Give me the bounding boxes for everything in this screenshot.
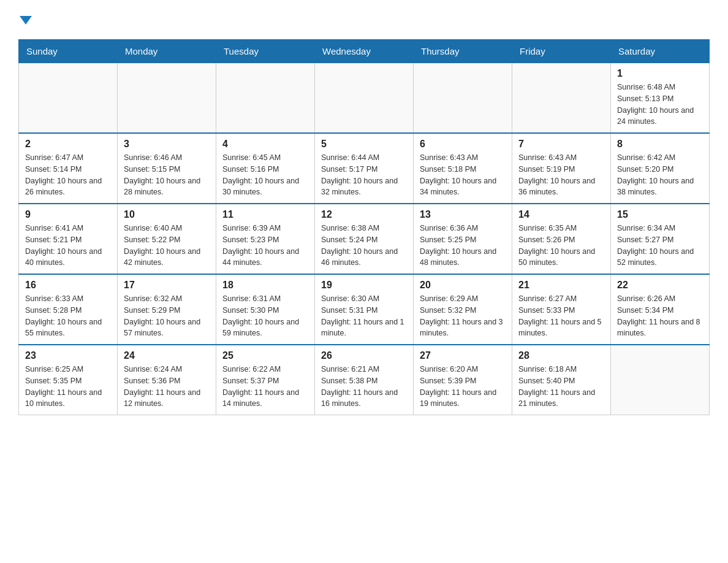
day-number: 3 — [124, 139, 210, 150]
calendar-day-cell: 22Sunrise: 6:26 AM Sunset: 5:34 PM Dayli… — [611, 274, 710, 345]
day-detail: Sunrise: 6:34 AM Sunset: 5:27 PM Dayligh… — [617, 223, 703, 269]
day-detail: Sunrise: 6:41 AM Sunset: 5:21 PM Dayligh… — [25, 223, 111, 269]
calendar-day-cell: 28Sunrise: 6:18 AM Sunset: 5:40 PM Dayli… — [512, 345, 611, 415]
day-detail: Sunrise: 6:32 AM Sunset: 5:29 PM Dayligh… — [124, 293, 210, 339]
calendar-day-cell: 13Sunrise: 6:36 AM Sunset: 5:25 PM Dayli… — [414, 204, 512, 274]
day-number: 2 — [25, 139, 111, 150]
day-detail: Sunrise: 6:25 AM Sunset: 5:35 PM Dayligh… — [25, 364, 111, 410]
calendar-week-row: 23Sunrise: 6:25 AM Sunset: 5:35 PM Dayli… — [19, 345, 710, 415]
calendar-week-row: 1Sunrise: 6:48 AM Sunset: 5:13 PM Daylig… — [19, 63, 710, 134]
calendar-day-cell: 23Sunrise: 6:25 AM Sunset: 5:35 PM Dayli… — [19, 345, 118, 415]
calendar-day-cell: 14Sunrise: 6:35 AM Sunset: 5:26 PM Dayli… — [512, 204, 611, 274]
day-number: 16 — [25, 280, 111, 291]
weekday-header-tuesday: Tuesday — [216, 40, 315, 63]
weekday-header-saturday: Saturday — [611, 40, 710, 63]
day-number: 26 — [321, 350, 407, 361]
day-number: 14 — [518, 209, 604, 220]
calendar-day-cell — [216, 63, 315, 134]
day-number: 23 — [25, 350, 111, 361]
day-detail: Sunrise: 6:21 AM Sunset: 5:38 PM Dayligh… — [321, 364, 407, 410]
day-detail: Sunrise: 6:22 AM Sunset: 5:37 PM Dayligh… — [222, 364, 308, 410]
weekday-header-row: SundayMondayTuesdayWednesdayThursdayFrid… — [19, 40, 710, 63]
calendar-week-row: 9Sunrise: 6:41 AM Sunset: 5:21 PM Daylig… — [19, 204, 710, 274]
day-detail: Sunrise: 6:47 AM Sunset: 5:14 PM Dayligh… — [25, 152, 111, 198]
weekday-header-thursday: Thursday — [414, 40, 512, 63]
calendar-day-cell: 27Sunrise: 6:20 AM Sunset: 5:39 PM Dayli… — [414, 345, 512, 415]
day-number: 6 — [420, 139, 506, 150]
day-detail: Sunrise: 6:31 AM Sunset: 5:30 PM Dayligh… — [222, 293, 308, 339]
day-detail: Sunrise: 6:26 AM Sunset: 5:34 PM Dayligh… — [617, 293, 703, 339]
calendar-day-cell: 18Sunrise: 6:31 AM Sunset: 5:30 PM Dayli… — [216, 274, 315, 345]
day-detail: Sunrise: 6:46 AM Sunset: 5:15 PM Dayligh… — [124, 152, 210, 198]
calendar-day-cell — [512, 63, 611, 134]
day-number: 19 — [321, 280, 407, 291]
day-detail: Sunrise: 6:30 AM Sunset: 5:31 PM Dayligh… — [321, 293, 407, 339]
day-number: 27 — [420, 350, 506, 361]
calendar-day-cell: 3Sunrise: 6:46 AM Sunset: 5:15 PM Daylig… — [118, 133, 216, 204]
day-number: 24 — [124, 350, 210, 361]
day-number: 22 — [617, 280, 703, 291]
day-detail: Sunrise: 6:42 AM Sunset: 5:20 PM Dayligh… — [617, 152, 703, 198]
day-number: 10 — [124, 209, 210, 220]
calendar-day-cell: 16Sunrise: 6:33 AM Sunset: 5:28 PM Dayli… — [19, 274, 118, 345]
day-number: 7 — [518, 139, 604, 150]
calendar-day-cell: 15Sunrise: 6:34 AM Sunset: 5:27 PM Dayli… — [611, 204, 710, 274]
day-number: 28 — [518, 350, 604, 361]
calendar-week-row: 2Sunrise: 6:47 AM Sunset: 5:14 PM Daylig… — [19, 133, 710, 204]
day-detail: Sunrise: 6:20 AM Sunset: 5:39 PM Dayligh… — [420, 364, 506, 410]
day-number: 1 — [617, 68, 703, 79]
day-number: 25 — [222, 350, 308, 361]
calendar-day-cell — [611, 345, 710, 415]
day-number: 13 — [420, 209, 506, 220]
calendar-day-cell — [414, 63, 512, 134]
day-detail: Sunrise: 6:38 AM Sunset: 5:24 PM Dayligh… — [321, 223, 407, 269]
calendar-day-cell: 5Sunrise: 6:44 AM Sunset: 5:17 PM Daylig… — [315, 133, 414, 204]
day-number: 20 — [420, 280, 506, 291]
calendar-day-cell — [118, 63, 216, 134]
day-detail: Sunrise: 6:29 AM Sunset: 5:32 PM Dayligh… — [420, 293, 506, 339]
calendar-day-cell: 26Sunrise: 6:21 AM Sunset: 5:38 PM Dayli… — [315, 345, 414, 415]
day-number: 21 — [518, 280, 604, 291]
logo — [18, 12, 32, 27]
day-detail: Sunrise: 6:39 AM Sunset: 5:23 PM Dayligh… — [222, 223, 308, 269]
day-detail: Sunrise: 6:48 AM Sunset: 5:13 PM Dayligh… — [617, 82, 703, 128]
day-number: 12 — [321, 209, 407, 220]
calendar-day-cell: 24Sunrise: 6:24 AM Sunset: 5:36 PM Dayli… — [118, 345, 216, 415]
weekday-header-sunday: Sunday — [19, 40, 118, 63]
calendar-day-cell: 21Sunrise: 6:27 AM Sunset: 5:33 PM Dayli… — [512, 274, 611, 345]
calendar-day-cell — [315, 63, 414, 134]
calendar-day-cell: 12Sunrise: 6:38 AM Sunset: 5:24 PM Dayli… — [315, 204, 414, 274]
page-header — [18, 12, 710, 27]
day-detail: Sunrise: 6:36 AM Sunset: 5:25 PM Dayligh… — [420, 223, 506, 269]
day-number: 8 — [617, 139, 703, 150]
day-detail: Sunrise: 6:18 AM Sunset: 5:40 PM Dayligh… — [518, 364, 604, 410]
day-number: 17 — [124, 280, 210, 291]
day-number: 15 — [617, 209, 703, 220]
logo-triangle-icon — [20, 16, 32, 25]
day-detail: Sunrise: 6:24 AM Sunset: 5:36 PM Dayligh… — [124, 364, 210, 410]
calendar-day-cell: 19Sunrise: 6:30 AM Sunset: 5:31 PM Dayli… — [315, 274, 414, 345]
calendar-day-cell: 20Sunrise: 6:29 AM Sunset: 5:32 PM Dayli… — [414, 274, 512, 345]
calendar-day-cell: 11Sunrise: 6:39 AM Sunset: 5:23 PM Dayli… — [216, 204, 315, 274]
day-detail: Sunrise: 6:43 AM Sunset: 5:19 PM Dayligh… — [518, 152, 604, 198]
day-number: 18 — [222, 280, 308, 291]
day-number: 5 — [321, 139, 407, 150]
calendar-week-row: 16Sunrise: 6:33 AM Sunset: 5:28 PM Dayli… — [19, 274, 710, 345]
day-detail: Sunrise: 6:40 AM Sunset: 5:22 PM Dayligh… — [124, 223, 210, 269]
day-number: 9 — [25, 209, 111, 220]
calendar-day-cell: 25Sunrise: 6:22 AM Sunset: 5:37 PM Dayli… — [216, 345, 315, 415]
calendar-day-cell: 8Sunrise: 6:42 AM Sunset: 5:20 PM Daylig… — [611, 133, 710, 204]
calendar-day-cell: 9Sunrise: 6:41 AM Sunset: 5:21 PM Daylig… — [19, 204, 118, 274]
calendar-day-cell: 10Sunrise: 6:40 AM Sunset: 5:22 PM Dayli… — [118, 204, 216, 274]
weekday-header-friday: Friday — [512, 40, 611, 63]
calendar-day-cell: 1Sunrise: 6:48 AM Sunset: 5:13 PM Daylig… — [611, 63, 710, 134]
day-detail: Sunrise: 6:33 AM Sunset: 5:28 PM Dayligh… — [25, 293, 111, 339]
day-detail: Sunrise: 6:45 AM Sunset: 5:16 PM Dayligh… — [222, 152, 308, 198]
day-detail: Sunrise: 6:44 AM Sunset: 5:17 PM Dayligh… — [321, 152, 407, 198]
day-detail: Sunrise: 6:43 AM Sunset: 5:18 PM Dayligh… — [420, 152, 506, 198]
weekday-header-wednesday: Wednesday — [315, 40, 414, 63]
day-number: 4 — [222, 139, 308, 150]
calendar-day-cell: 2Sunrise: 6:47 AM Sunset: 5:14 PM Daylig… — [19, 133, 118, 204]
day-detail: Sunrise: 6:27 AM Sunset: 5:33 PM Dayligh… — [518, 293, 604, 339]
day-detail: Sunrise: 6:35 AM Sunset: 5:26 PM Dayligh… — [518, 223, 604, 269]
